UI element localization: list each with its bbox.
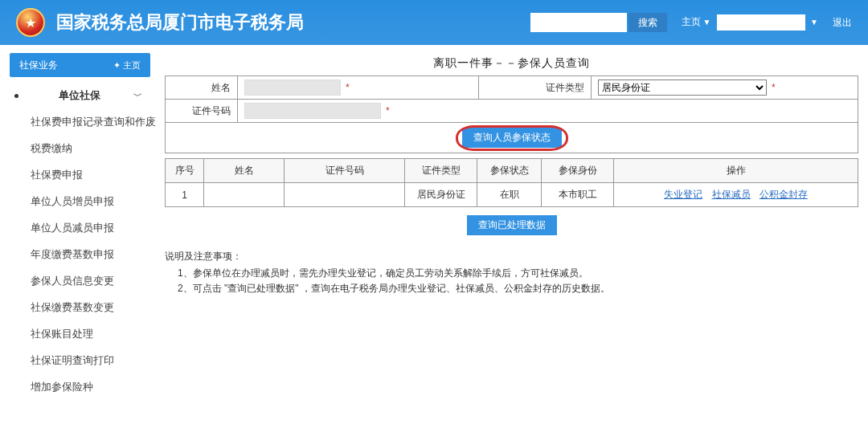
logout-link[interactable]: 退出 — [833, 16, 852, 30]
query-status-button[interactable]: 查询人员参保状态 — [462, 128, 562, 148]
header-search-button[interactable]: 搜索 — [628, 13, 667, 32]
notes-section: 说明及注意事项： 1、参保单位在办理减员时，需先办理失业登记，确定员工劳动关系解… — [165, 250, 858, 296]
col-identity: 参保身份 — [542, 159, 614, 183]
op-link-reduce[interactable]: 社保减员 — [712, 189, 751, 200]
header-search-input[interactable] — [530, 13, 627, 32]
id-number-label: 证件号码 — [166, 100, 238, 123]
top-header: ★ 国家税务总局厦门市电子税务局 搜索 主页▼ ▼ 退出 — [0, 0, 868, 45]
required-star-icon: * — [772, 82, 776, 93]
name-label: 姓名 — [166, 76, 238, 100]
sidebar-header: 社保业务 ✦ 主页 — [10, 53, 150, 77]
sidebar-group-label: 单位社保 — [59, 88, 100, 103]
cell-idtype: 居民身份证 — [405, 183, 477, 207]
op-link-fund[interactable]: 公积金封存 — [760, 189, 808, 200]
cell-identity: 本市职工 — [542, 183, 614, 207]
sidebar-item[interactable]: 税费缴纳 — [0, 136, 157, 162]
col-idnum: 证件号码 — [285, 159, 405, 183]
cell-status: 在职 — [477, 183, 542, 207]
sidebar-item[interactable]: 单位人员减员申报 — [0, 215, 157, 242]
user-box — [717, 14, 805, 31]
sidebar-group[interactable]: 单位社保 ﹀ — [0, 82, 157, 109]
home-link[interactable]: 主页▼ ▼ — [682, 14, 819, 31]
page-title: 离职一件事－－参保人员查询 — [165, 56, 858, 71]
col-ops: 操作 — [614, 159, 858, 183]
emblem-icon: ★ — [16, 8, 45, 37]
col-idtype: 证件类型 — [405, 159, 477, 183]
query-button-row: 查询人员参保状态 — [165, 123, 858, 153]
note-line: 1、参保单位在办理减员时，需先办理失业登记，确定员工劳动关系解除手续后，方可社保… — [165, 267, 858, 280]
cell-idnum — [285, 183, 405, 207]
dropdown-arrow-icon: ▼ — [703, 18, 711, 26]
sidebar-item[interactable]: 社保缴费基数变更 — [0, 295, 157, 321]
cell-ops: 失业登记 社保减员 公积金封存 — [614, 183, 858, 207]
sidebar-item[interactable]: 社保证明查询打印 — [0, 348, 157, 374]
sidebar-title: 社保业务 — [19, 53, 58, 77]
required-star-icon: * — [386, 105, 390, 116]
sidebar-item[interactable]: 年度缴费基数申报 — [0, 242, 157, 268]
id-type-label: 证件类型 — [479, 76, 592, 100]
table-row: 1 居民身份证 在职 本市职工 失业登记 社保减员 公积金封存 — [166, 183, 858, 207]
main-content: 离职一件事－－参保人员查询 姓名 * 证件类型 居民身份证 * 证件号码 * — [157, 45, 868, 409]
required-star-icon: * — [346, 82, 350, 93]
sidebar-item[interactable]: 社保费申报记录查询和作废 — [0, 109, 157, 136]
id-type-select[interactable]: 居民身份证 — [598, 80, 767, 96]
col-name: 姓名 — [204, 159, 285, 183]
id-number-input[interactable] — [244, 103, 381, 119]
home-link-label: 主页 — [682, 16, 701, 27]
notes-title: 说明及注意事项： — [165, 250, 858, 263]
sidebar: 社保业务 ✦ 主页 单位社保 ﹀ 社保费申报记录查询和作废 税费缴纳 社保费申报… — [0, 45, 157, 409]
col-status: 参保状态 — [477, 159, 542, 183]
sidebar-item[interactable]: 社保账目处理 — [0, 321, 157, 348]
sidebar-item[interactable]: 单位人员增员申报 — [0, 189, 157, 215]
sidebar-item[interactable]: 社保费申报 — [0, 162, 157, 189]
note-line: 2、可点击 "查询已处理数据" ，查询在电子税务局办理失业登记、社保减员、公积金… — [165, 282, 858, 296]
chevron-down-icon: ﹀ — [133, 90, 142, 102]
dropdown-arrow-icon: ▼ — [810, 18, 818, 26]
name-input[interactable] — [244, 80, 341, 96]
query-form: 姓名 * 证件类型 居民身份证 * 证件号码 * — [165, 75, 858, 123]
processed-data-button[interactable]: 查询已处理数据 — [467, 215, 557, 235]
sidebar-home-button[interactable]: ✦ 主页 — [113, 53, 141, 77]
cell-index: 1 — [166, 183, 204, 207]
site-title: 国家税务总局厦门市电子税务局 — [56, 10, 304, 35]
col-index: 序号 — [166, 159, 204, 183]
result-table: 序号 姓名 证件号码 证件类型 参保状态 参保身份 操作 1 居民身份证 在职 … — [165, 158, 858, 207]
op-link-unemployment[interactable]: 失业登记 — [664, 189, 702, 200]
sidebar-item[interactable]: 增加参保险种 — [0, 374, 157, 401]
cell-name — [204, 183, 285, 207]
sidebar-item[interactable]: 参保人员信息变更 — [0, 268, 157, 295]
